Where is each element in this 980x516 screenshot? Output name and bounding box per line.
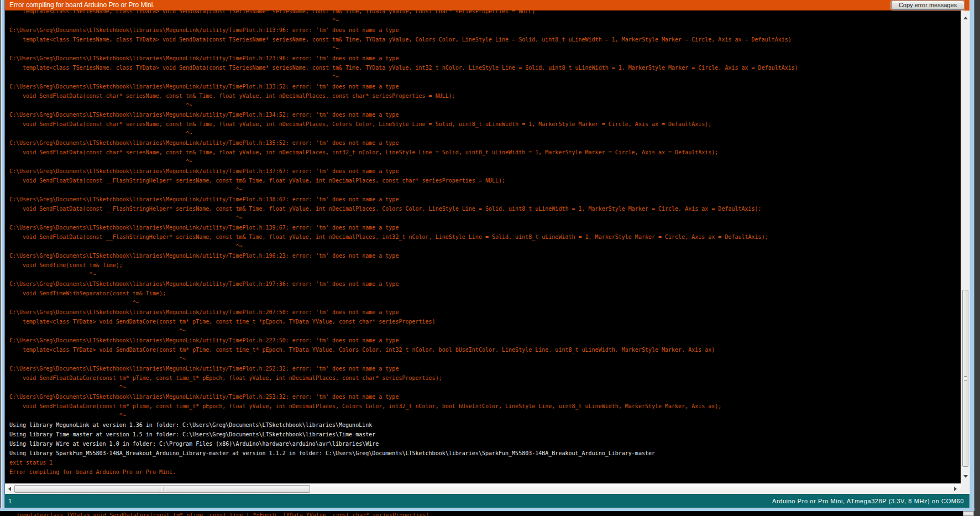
console-line: ^~ [9, 383, 961, 392]
console-line: Using library Wire at version 1.0 in fol… [9, 439, 961, 449]
horizontal-scrollbar[interactable] [5, 483, 961, 494]
status-board-info: Arduino Pro or Pro Mini, ATmega328P (3.3… [772, 498, 964, 504]
console-line: ^~ [9, 72, 961, 82]
console-line: ^~ [9, 326, 961, 336]
error-banner-title: Error compiling for board Arduino Pro or… [9, 1, 155, 9]
scroll-left-arrow-icon[interactable] [6, 485, 14, 493]
console-line: C:\Users\Greg\Documents\LTSketchbook\lib… [9, 82, 961, 91]
scroll-right-arrow-icon[interactable] [951, 485, 960, 493]
console-line: C:\Users\Greg\Documents\LTSketchbook\lib… [9, 364, 961, 373]
console-line: C:\Users\Greg\Documents\LTSketchbook\lib… [9, 392, 961, 402]
console-line: ^~ [9, 16, 961, 25]
window-left-border [0, 0, 5, 511]
console-line: C:\Users\Greg\Documents\LTSketchbook\lib… [9, 251, 961, 260]
console-line: ^~ [9, 185, 961, 195]
console-line: C:\Users\Greg\Documents\LTSketchbook\lib… [9, 223, 961, 232]
console-line: C:\Users\Greg\Documents\LTSketchbook\lib… [9, 195, 961, 204]
background-window-strip: template<class TYData> void SendDataCore… [0, 511, 963, 516]
status-bar: 1 Arduino Pro or Pro Mini, ATmega328P (3… [5, 494, 969, 508]
scroll-up-arrow-icon[interactable] [961, 14, 970, 23]
scrollbar-grip-icon [160, 487, 164, 491]
arduino-error-console-window: Error compiling for board Arduino Pro or… [0, 0, 980, 516]
vertical-scrollbar[interactable] [961, 11, 969, 483]
console-line: ^~ [9, 44, 961, 54]
console-line: void SendFloatData(const char* seriesNam… [9, 91, 961, 101]
console-line: void SendFloatData(const __FlashStringHe… [9, 232, 961, 242]
console-line: exit status 1 [9, 458, 961, 467]
console-line: template<class TYData> void SendDataCore… [9, 345, 961, 355]
console-line: ^~ [9, 129, 961, 138]
console-line: Error compiling for board Arduino Pro or… [9, 467, 961, 477]
error-banner: Error compiling for board Arduino Pro or… [5, 0, 969, 11]
console-line: C:\Users\Greg\Documents\LTSketchbook\lib… [9, 166, 961, 176]
console-line: C:\Users\Greg\Documents\LTSketchbook\lib… [9, 307, 961, 317]
console-text: template<class TSeriesName, class TYData… [5, 11, 961, 477]
status-line-number: 1 [8, 498, 12, 504]
console-line: void SendFloatData(const char* seriesNam… [9, 148, 961, 157]
console-line: C:\Users\Greg\Documents\LTSketchbook\lib… [9, 25, 961, 35]
console-line: template<class TSeriesName, class TYData… [9, 35, 961, 44]
console-line: ^~ [9, 101, 961, 110]
console-line: Using library SparkFun_MS5803-14BA_Break… [9, 449, 961, 458]
console-line: ^~ [9, 270, 961, 279]
console-line: void SendFloatDataCore(const tm* pTime, … [9, 402, 961, 411]
copy-error-messages-button[interactable]: Copy error messages [891, 1, 965, 10]
console-line: void SendTime(const tm& Time); [9, 260, 961, 270]
console-line: void SendFloatDataCore(const tm* pTime, … [9, 373, 961, 383]
console-line: Using library MegunoLink at version 1.36… [9, 420, 961, 430]
console-line: C:\Users\Greg\Documents\LTSketchbook\lib… [9, 54, 961, 63]
console-line: template<class TSeriesName, class TYData… [9, 11, 961, 16]
console-line: ^~ [9, 213, 961, 223]
console-line: Using library Time-master at version 1.5… [9, 430, 961, 439]
console-line: C:\Users\Greg\Documents\LTSketchbook\lib… [9, 336, 961, 345]
console-line: void SendFloatData(const char* seriesNam… [9, 119, 961, 129]
console-line: ^~ [9, 298, 961, 307]
scrollbar-grip-icon [964, 376, 967, 381]
vertical-scrollbar-thumb[interactable] [962, 290, 968, 467]
console-line: void SendTimeWithSeparator(const tm& Tim… [9, 289, 961, 298]
horizontal-scrollbar-thumb[interactable] [14, 485, 310, 493]
console-line: ^~ [9, 411, 961, 420]
console-line: template<class TSeriesName, class TYData… [9, 63, 961, 72]
console-line: C:\Users\Greg\Documents\LTSketchbook\lib… [9, 110, 961, 119]
console-line: ^~ [9, 157, 961, 166]
console-line: template<class TYData> void SendDataCore… [9, 317, 961, 326]
background-window-scrollbar-fragment [963, 511, 974, 516]
console-output[interactable]: template<class TSeriesName, class TYData… [5, 11, 961, 483]
scroll-down-arrow-icon[interactable] [961, 472, 970, 481]
background-clipped-console-line: template<class TYData> void SendDataCore… [17, 512, 429, 516]
console-line: void SendFloatData(const __FlashStringHe… [9, 204, 961, 213]
console-line: ^~ [9, 242, 961, 251]
console-line: ^~ [9, 355, 961, 364]
console-line: C:\Users\Greg\Documents\LTSketchbook\lib… [9, 279, 961, 289]
window-right-border [969, 0, 974, 511]
console-line: C:\Users\Greg\Documents\LTSketchbook\lib… [9, 138, 961, 148]
scrollbar-corner [961, 483, 969, 494]
console-line: void SendFloatData(const __FlashStringHe… [9, 176, 961, 185]
